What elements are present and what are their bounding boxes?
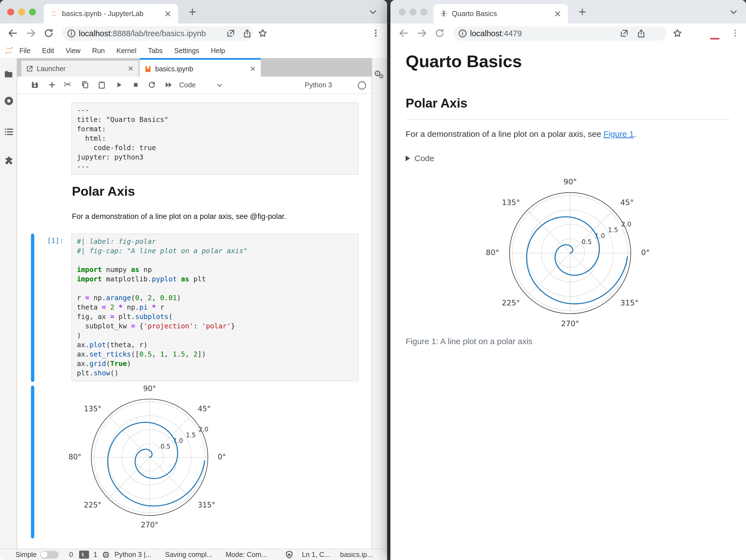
url-text[interactable]: localhost:8888/lab/tree/basics.ipynb <box>79 26 206 41</box>
browser-toolbar: localhost:4479 <box>391 24 746 44</box>
dock-tab-bar: Launcher ✕ basics.ipynb ✕ <box>17 58 372 77</box>
code-line: plt.show() <box>77 369 353 378</box>
open-in-window-icon[interactable] <box>620 29 629 38</box>
yaml-front-matter-cell[interactable]: ---title: "Quarto Basics"format: html: c… <box>71 102 358 175</box>
menu-item-help[interactable]: Help <box>211 47 225 55</box>
property-inspector-gears-icon[interactable]: ⚙⚙ <box>374 68 387 78</box>
open-in-window-icon[interactable] <box>226 29 235 38</box>
cursor-position[interactable]: Ln 1, C... <box>302 549 330 560</box>
jupyter-favicon <box>50 9 58 18</box>
notebook-document: ---title: "Quarto Basics"format: html: c… <box>17 94 372 549</box>
menu-item-settings[interactable]: Settings <box>174 47 199 55</box>
svg-text:0.5: 0.5 <box>161 443 170 450</box>
figure-1-link[interactable]: Figure 1 <box>603 129 634 139</box>
notebook-tab-label: basics.ipynb <box>155 65 193 73</box>
url-text[interactable]: localhost:4479 <box>470 26 522 41</box>
cell-type-dropdown[interactable]: Code <box>179 77 196 93</box>
tab-launcher[interactable]: Launcher ✕ <box>21 60 139 77</box>
launcher-icon <box>26 65 33 73</box>
restart-kernel-icon[interactable] <box>147 81 156 89</box>
jupyterlab-status-bar: Simple 0 $_ 1 Python 3 |... Saving compl… <box>0 549 387 560</box>
output-collapser[interactable] <box>31 386 34 538</box>
minimize-window-button[interactable] <box>18 8 25 16</box>
close-launcher-tab-icon[interactable]: ✕ <box>128 65 134 73</box>
menu-item-file[interactable]: File <box>19 47 30 55</box>
new-tab-button[interactable] <box>577 7 587 17</box>
code-fold-disclosure[interactable]: Code <box>406 154 434 163</box>
file-browser-icon[interactable] <box>4 69 13 79</box>
quarto-preview-browser-window: Quarto Basics <box>391 0 746 560</box>
trust-shield-icon[interactable] <box>285 550 294 559</box>
cut-cells-icon[interactable]: ✂ <box>64 79 71 90</box>
copy-cells-icon[interactable] <box>81 81 90 89</box>
svg-text:0.5: 0.5 <box>581 238 592 245</box>
markdown-heading: Polar Axis <box>72 183 135 199</box>
cell-collapser[interactable] <box>31 234 34 382</box>
close-tab-icon[interactable] <box>164 10 172 18</box>
restart-run-all-icon[interactable] <box>164 81 173 89</box>
reload-button[interactable] <box>43 28 54 39</box>
run-cell-icon[interactable] <box>114 81 123 89</box>
kernel-status-indicator[interactable] <box>358 81 366 90</box>
bookmark-star-icon[interactable] <box>258 28 268 38</box>
tab-search-chevron-icon[interactable] <box>728 7 739 18</box>
paste-cells-icon[interactable] <box>97 81 106 89</box>
close-window-button[interactable] <box>7 8 14 16</box>
address-bar[interactable]: localhost:4479 <box>454 26 666 41</box>
share-icon[interactable] <box>242 29 252 38</box>
forward-button[interactable] <box>417 28 428 39</box>
terminal-icon[interactable]: $_ <box>79 551 89 559</box>
terminal-count: 0 <box>69 549 73 560</box>
running-kernels-icon[interactable] <box>4 96 14 106</box>
markdown-paragraph: For a demonstration of a line plot on a … <box>72 212 286 221</box>
kernel-count: 1 <box>93 549 97 560</box>
body-paragraph: For a demonstration of a line plot on a … <box>406 129 636 139</box>
tab-notebook-basics-ipynb[interactable]: basics.ipynb ✕ <box>140 58 261 78</box>
zoom-window-button[interactable] <box>420 8 427 16</box>
zoom-window-button[interactable] <box>29 8 36 16</box>
close-notebook-tab-icon[interactable]: ✕ <box>250 65 256 73</box>
address-bar[interactable]: localhost:8888/lab/tree/basics.ipynb <box>62 26 253 41</box>
browser-tab[interactable]: Quarto Basics <box>434 4 568 24</box>
browser-menu-kebab-icon[interactable] <box>730 28 740 38</box>
menu-item-kernel[interactable]: Kernel <box>116 47 136 55</box>
minimize-window-button[interactable] <box>409 8 417 16</box>
yaml-line: jupyter: python3 <box>77 153 353 162</box>
code-line: ax.plot(theta, r) <box>77 340 353 350</box>
table-of-contents-icon[interactable] <box>4 126 14 137</box>
svg-text:45°: 45° <box>620 198 634 207</box>
kernel-chip-icon[interactable] <box>102 551 110 559</box>
menu-item-edit[interactable]: Edit <box>42 47 54 55</box>
new-tab-button[interactable] <box>188 7 197 17</box>
menu-item-tabs[interactable]: Tabs <box>148 47 163 55</box>
yaml-line: format: <box>77 124 353 134</box>
browser-tab[interactable]: basics.ipynb - JupyterLab <box>44 4 178 24</box>
kernel-status-text[interactable]: Python 3 |... <box>114 549 151 560</box>
interrupt-kernel-icon[interactable] <box>131 81 140 89</box>
share-icon[interactable] <box>636 29 646 38</box>
reload-button[interactable] <box>434 28 445 39</box>
close-window-button[interactable] <box>399 8 406 16</box>
bookmark-star-icon[interactable] <box>672 28 682 38</box>
quarto-rendered-page: Quarto Basics Polar Axis For a demonstra… <box>391 43 746 560</box>
cell-type-chevron-icon[interactable] <box>216 82 223 89</box>
tab-search-chevron-icon[interactable] <box>368 7 378 18</box>
kernel-name[interactable]: Python 3 <box>305 77 332 93</box>
site-info-icon[interactable] <box>67 29 76 38</box>
globe-favicon <box>440 9 448 18</box>
browser-menu-kebab-icon[interactable] <box>371 28 380 38</box>
menu-item-run[interactable]: Run <box>92 47 105 55</box>
menu-item-view[interactable]: View <box>65 47 81 55</box>
code-cell[interactable]: #| label: fig-polar#| fig-cap: "A line p… <box>71 234 358 381</box>
back-button[interactable] <box>7 28 18 39</box>
command-mode-indicator[interactable]: Mode: Com... <box>226 549 267 560</box>
profile-notification-dash <box>710 38 719 39</box>
forward-button[interactable] <box>25 28 36 39</box>
extension-manager-puzzle-icon[interactable] <box>4 155 14 166</box>
save-icon[interactable] <box>30 81 39 89</box>
close-tab-icon[interactable] <box>553 10 562 18</box>
insert-cell-icon[interactable] <box>48 81 56 89</box>
back-button[interactable] <box>398 28 409 39</box>
site-info-icon[interactable] <box>458 29 467 38</box>
simple-mode-toggle[interactable] <box>40 551 59 559</box>
